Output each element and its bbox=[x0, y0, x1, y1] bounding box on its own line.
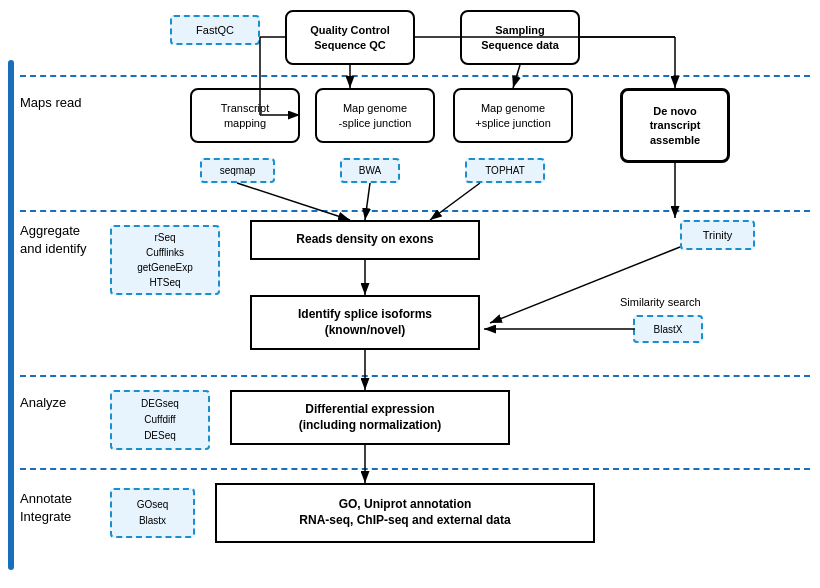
divider-1 bbox=[20, 75, 810, 77]
box-transcript-mapping: Transcriptmapping bbox=[190, 88, 300, 143]
label-maps-read: Maps read bbox=[20, 95, 81, 112]
box-fastqc: FastQC bbox=[170, 15, 260, 45]
box-map-genome-neg: Map genome-splice junction bbox=[315, 88, 435, 143]
svg-line-15 bbox=[490, 247, 680, 323]
svg-line-10 bbox=[237, 183, 350, 220]
box-quality-control: Quality ControlSequence QC bbox=[285, 10, 415, 65]
box-bwa: BWA bbox=[340, 158, 400, 183]
box-sampling: SamplingSequence data bbox=[460, 10, 580, 65]
divider-3 bbox=[20, 375, 810, 377]
label-analyze: Analyze bbox=[20, 395, 66, 412]
box-degseq-group: DEGseqCuffdiffDESeq bbox=[110, 390, 210, 450]
box-reads-density: Reads density on exons bbox=[250, 220, 480, 260]
box-map-genome-pos: Map genome+splice junction bbox=[453, 88, 573, 143]
box-seqmap: seqmap bbox=[200, 158, 275, 183]
diagram-container: Maps read Aggregateand identify Analyze … bbox=[0, 0, 820, 588]
label-annotate: AnnotateIntegrate bbox=[20, 490, 72, 526]
label-similarity: Similarity search bbox=[620, 295, 701, 309]
svg-line-11 bbox=[365, 183, 370, 220]
label-aggregate: Aggregateand identify bbox=[20, 222, 87, 258]
box-tophat: TOPHAT bbox=[465, 158, 545, 183]
box-go-uniprot: GO, Uniprot annotationRNA-seq, ChIP-seq … bbox=[215, 483, 595, 543]
box-de-novo: De novotranscriptassemble bbox=[620, 88, 730, 163]
box-rseq-group: rSeqCufflinksgetGeneExpHTSeq bbox=[110, 225, 220, 295]
divider-4 bbox=[20, 468, 810, 470]
left-bar bbox=[8, 60, 14, 570]
box-trinity: Trinity bbox=[680, 220, 755, 250]
svg-line-12 bbox=[430, 183, 480, 220]
box-blastx: BlastX bbox=[633, 315, 703, 343]
box-splice-isoforms: Identify splice isoforms(known/novel) bbox=[250, 295, 480, 350]
divider-2 bbox=[20, 210, 810, 212]
box-differential: Differential expression(including normal… bbox=[230, 390, 510, 445]
box-goseq-group: GOseqBlastx bbox=[110, 488, 195, 538]
